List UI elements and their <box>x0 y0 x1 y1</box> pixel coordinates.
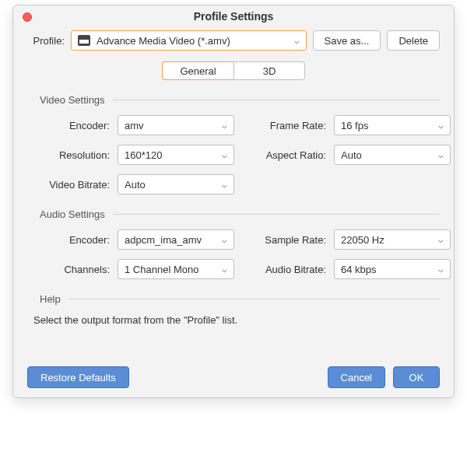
close-icon[interactable] <box>23 12 32 22</box>
help-text: Select the output format from the "Profi… <box>33 314 440 326</box>
aspect-ratio-select[interactable]: Auto⌵ <box>334 145 451 165</box>
titlebar: Profile Settings <box>13 5 454 30</box>
cancel-button[interactable]: Cancel <box>328 366 385 388</box>
tab-general[interactable]: General <box>162 61 234 80</box>
video-bitrate-select[interactable]: Auto⌵ <box>118 174 234 194</box>
footer: Restore Defaults Cancel OK <box>13 366 454 388</box>
frame-rate-label: Frame Rate: <box>241 120 328 131</box>
help-heading: Help <box>27 293 440 305</box>
save-as-button[interactable]: Save as... <box>313 30 381 51</box>
video-settings-section: Video Settings Encoder: amv⌵ Frame Rate:… <box>27 94 440 194</box>
channels-label: Channels: <box>33 264 111 275</box>
aspect-ratio-label: Aspect Ratio: <box>241 149 328 161</box>
profile-settings-window: Profile Settings Profile: Advance Media … <box>12 5 455 398</box>
chevron-down-icon: ⌵ <box>438 235 444 245</box>
resolution-label: Resolution: <box>33 149 111 161</box>
resolution-select[interactable]: 160*120⌵ <box>118 145 234 165</box>
audio-bitrate-select[interactable]: 64 kbps⌵ <box>334 259 451 279</box>
chevron-down-icon: ⌵ <box>438 264 444 275</box>
video-encoder-select[interactable]: amv⌵ <box>118 115 234 135</box>
content-area: Profile: Advance Media Video (*.amv) ⌵ S… <box>13 30 454 326</box>
format-icon <box>78 35 90 46</box>
profile-selected: Advance Media Video (*.amv) <box>97 35 230 47</box>
audio-encoder-select[interactable]: adpcm_ima_amv⌵ <box>118 229 234 250</box>
chevron-down-icon: ⌵ <box>222 235 227 245</box>
channels-select[interactable]: 1 Channel Mono⌵ <box>118 259 234 279</box>
chevron-down-icon: ⌵ <box>222 121 227 131</box>
help-section: Help Select the output format from the "… <box>27 293 440 326</box>
video-settings-heading: Video Settings <box>27 94 440 106</box>
chevron-down-icon: ⌵ <box>438 150 444 160</box>
frame-rate-select[interactable]: 16 fps⌵ <box>334 115 451 135</box>
profile-row: Profile: Advance Media Video (*.amv) ⌵ S… <box>27 30 440 51</box>
video-bitrate-label: Video Bitrate: <box>33 179 111 191</box>
chevron-down-icon: ⌵ <box>222 180 227 190</box>
profile-select[interactable]: Advance Media Video (*.amv) ⌵ <box>71 30 307 51</box>
chevron-down-icon: ⌵ <box>438 121 444 131</box>
audio-settings-heading: Audio Settings <box>27 208 440 220</box>
tab-3d[interactable]: 3D <box>234 61 305 80</box>
profile-label: Profile: <box>27 35 65 47</box>
sample-rate-label: Sample Rate: <box>241 234 328 246</box>
chevron-down-icon: ⌵ <box>222 264 227 275</box>
ok-button[interactable]: OK <box>393 366 440 388</box>
window-title: Profile Settings <box>194 10 274 23</box>
audio-settings-section: Audio Settings Encoder: adpcm_ima_amv⌵ S… <box>27 208 440 279</box>
tab-bar: General 3D <box>27 61 440 80</box>
delete-button[interactable]: Delete <box>387 30 440 51</box>
chevron-down-icon: ⌵ <box>294 36 300 46</box>
audio-bitrate-label: Audio Bitrate: <box>241 264 328 275</box>
video-encoder-label: Encoder: <box>33 120 111 131</box>
sample-rate-select[interactable]: 22050 Hz⌵ <box>334 229 451 250</box>
audio-encoder-label: Encoder: <box>33 234 111 246</box>
restore-defaults-button[interactable]: Restore Defaults <box>27 366 129 388</box>
chevron-down-icon: ⌵ <box>222 150 227 160</box>
